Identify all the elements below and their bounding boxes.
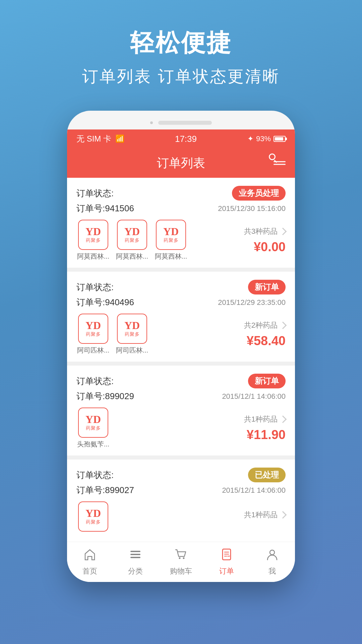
search-filter-button[interactable] [274,161,286,165]
nav-item-cart[interactable]: 购物车 [164,548,198,576]
order-card-2[interactable]: 订单状态: 新订单 订单号:940496 2015/12/29 23:35:00… [67,272,295,362]
yd-sub-1: 药聚多 [86,237,101,244]
yd-sub-5: 药聚多 [125,331,140,337]
order-1-header: 订单状态: 业务员处理 [76,186,286,201]
order-card-4[interactable]: 订单状态: 已处理 订单号:899027 2015/12/1 14:06:00 … [67,460,295,542]
phone-shell: 无 SIM 卡 📶 17:39 ✦ 93% 订单列表 订单状态: 业务员处理 [67,111,295,582]
yd-logo-6: YD [85,414,101,425]
battery-percent: 93% [256,135,271,143]
home-icon [83,548,97,564]
order-1-status-label: 订单状态: [76,187,114,199]
order-card-1[interactable]: 订单状态: 业务员处理 订单号:941506 2015/12/30 15:16:… [67,178,295,268]
order-2-count: 共2种药品 [244,320,278,330]
order-list: 订单状态: 业务员处理 订单号:941506 2015/12/30 15:16:… [67,178,295,542]
order-2-items-row: YD 药聚多 阿司匹林... YD 药聚多 [76,314,286,355]
order-3-number: 订单号:899029 [76,390,134,402]
order-3-date: 2015/12/1 14:06:00 [222,392,286,401]
order-4-badge: 已处理 [248,468,286,482]
order-3-right-info: 共1种药品 ¥11.90 [232,414,286,442]
product-name-6: 头孢氨苄... [76,440,110,449]
wifi-icon: 📶 [115,135,124,143]
order-4-date: 2015/12/1 14:06:00 [222,486,286,495]
order-1-badge: 业务员处理 [232,186,286,201]
chevron-right-icon-1 [279,228,287,235]
svg-rect-2 [130,557,140,558]
phone-speaker [150,121,153,124]
yd-logo-2: YD [124,226,140,237]
menu-line-2 [274,164,286,165]
svg-point-4 [183,557,185,559]
phone-notch [158,121,212,125]
product-name-3: 阿莫西林... [154,252,188,261]
order-4-count: 共1种药品 [244,510,278,520]
list-icon [129,548,142,564]
product-logo-7: YD 药聚多 [76,501,110,532]
order-3-count-row: 共1种药品 [244,414,286,424]
order-3-price: ¥11.90 [247,428,286,442]
cart-icon [174,548,188,564]
svg-point-10 [270,550,275,555]
order-4-items-row: YD 药聚多 共1种药品 [76,501,286,532]
product-logo-img-4: YD 药聚多 [78,314,108,344]
status-bar: 无 SIM 卡 📶 17:39 ✦ 93% [67,129,295,148]
product-logo-6: YD 药聚多 头孢氨苄... [76,408,110,449]
svg-rect-0 [130,551,140,552]
svg-rect-9 [227,556,230,556]
nav-item-me[interactable]: 我 [255,548,289,576]
order-card-3[interactable]: 订单状态: 新订单 订单号:899029 2015/12/1 14:06:00 … [67,366,295,455]
order-3-header: 订单状态: 新订单 [76,374,286,388]
nav-item-orders[interactable]: 订单 [210,548,243,576]
order-2-status-label: 订单状态: [76,281,114,293]
yd-logo-7: YD [85,508,101,519]
svg-rect-1 [130,554,140,555]
order-1-right-info: 共3种药品 ¥0.00 [232,226,286,254]
chevron-right-icon-3 [279,416,287,423]
user-icon [265,548,279,564]
sim-label: 无 SIM 卡 [76,133,111,144]
nav-item-category[interactable]: 分类 [119,548,152,576]
product-logo-img-3: YD 药聚多 [156,220,186,250]
order-1-number: 订单号:941506 [76,203,134,214]
order-1-count-row: 共3种药品 [244,226,286,236]
status-time: 17:39 [175,134,197,144]
yd-logo-4: YD [85,320,101,331]
order-4-number: 订单号:899027 [76,484,134,496]
yd-logo-5: YD [124,320,140,331]
order-2-count-row: 共2种药品 [244,320,286,330]
order-3-number-row: 订单号:899029 2015/12/1 14:06:00 [76,390,286,402]
order-1-count: 共3种药品 [244,226,278,236]
yd-sub-7: 药聚多 [86,519,101,525]
order-2-number-row: 订单号:940496 2015/12/29 23:35:00 [76,297,286,308]
order-3-status-label: 订单状态: [76,375,114,387]
order-2-price: ¥58.40 [247,334,286,348]
order-3-badge: 新订单 [248,374,286,388]
chevron-right-icon-2 [279,322,287,329]
order-2-right-info: 共2种药品 ¥58.40 [232,320,286,348]
search-icon [269,154,276,160]
phone-top-bar [67,117,295,129]
order-1-price: ¥0.00 [254,240,286,254]
order-4-products: YD 药聚多 [76,501,225,532]
order-4-header: 订单状态: 已处理 [76,468,286,482]
hero-subtitle: 订单列表 订单状态更清晰 [82,66,280,87]
order-3-products: YD 药聚多 头孢氨苄... [76,408,225,449]
order-2-badge: 新订单 [248,280,286,294]
order-2-number: 订单号:940496 [76,297,134,308]
order-icon [220,548,233,564]
yd-sub-3: 药聚多 [164,237,179,244]
product-logo-img-1: YD 药聚多 [78,220,108,250]
order-4-number-row: 订单号:899027 2015/12/1 14:06:00 [76,484,286,496]
yd-logo-3: YD [163,226,179,237]
order-1-date: 2015/12/30 15:16:00 [218,204,286,213]
yd-sub-2: 药聚多 [125,237,140,244]
yd-logo-1: YD [85,226,101,237]
product-logo-img-2: YD 药聚多 [117,220,147,250]
product-logo-img-5: YD 药聚多 [117,314,147,344]
order-4-count-row: 共1种药品 [244,510,286,520]
product-logo-2: YD 药聚多 阿莫西林... [115,220,149,261]
order-1-items-row: YD 药聚多 阿莫西林... YD 药聚多 [76,220,286,261]
bluetooth-icon: ✦ [247,135,253,143]
hero-section: 轻松便捷 订单列表 订单状态更清晰 [0,0,362,104]
nav-item-home[interactable]: 首页 [73,548,107,576]
yd-sub-6: 药聚多 [86,425,101,431]
